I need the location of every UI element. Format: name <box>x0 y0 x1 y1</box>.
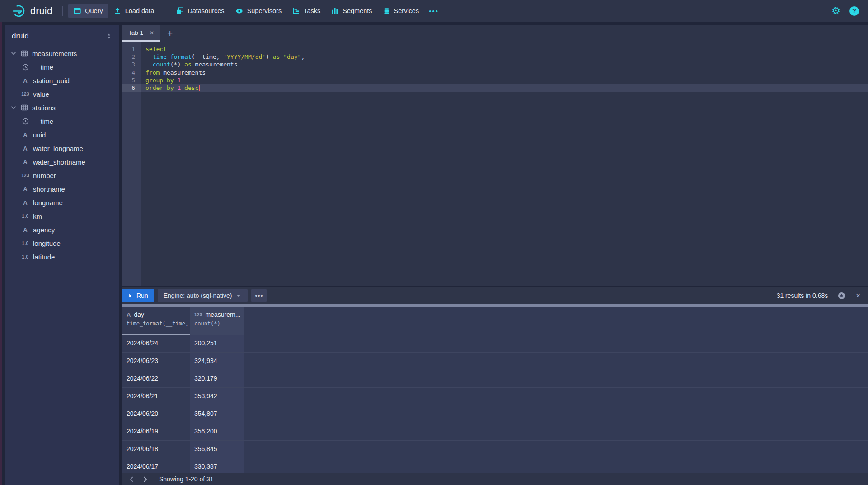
tree-table-stations[interactable]: stations <box>5 101 119 114</box>
string-icon: A <box>21 199 30 206</box>
result-cell[interactable]: 2024/06/17 <box>122 458 190 473</box>
sql-editor[interactable]: 123456 select time_format(__time, 'YYYY/… <box>122 42 868 286</box>
tree-column-number[interactable]: 123number <box>5 169 119 182</box>
nav-item-query[interactable]: Query <box>68 4 108 18</box>
time-icon <box>21 64 30 71</box>
code-line[interactable]: select <box>141 45 868 53</box>
nav-item-tasks[interactable]: Tasks <box>287 4 326 18</box>
druid-logo-icon <box>13 5 26 18</box>
tree-column-agency[interactable]: Aagency <box>5 223 119 236</box>
tree-table-measurements[interactable]: measurements <box>5 47 119 60</box>
number-icon: 123 <box>21 92 30 97</box>
brand[interactable]: druid <box>13 5 52 18</box>
query-more-button[interactable]: ••• <box>251 289 267 302</box>
run-button[interactable]: Run <box>122 289 154 302</box>
result-cell[interactable]: 2024/06/22 <box>122 370 190 387</box>
code-line[interactable]: from measurements <box>141 69 868 76</box>
line-number: 4 <box>122 69 141 76</box>
column-header-1[interactable]: 123measurem...count(*) <box>190 307 244 335</box>
engine-select[interactable]: Engine: auto (sql-native) <box>158 289 248 302</box>
result-cell[interactable]: 200,251 <box>190 335 244 352</box>
result-cell[interactable]: 356,845 <box>190 441 244 458</box>
nav-more-button[interactable]: ••• <box>424 4 443 19</box>
run-label: Run <box>136 292 148 299</box>
nav-item-segments[interactable]: Segments <box>326 4 377 18</box>
result-cell[interactable]: 2024/06/18 <box>122 441 190 458</box>
nav-item-label: Services <box>394 7 419 14</box>
string-icon: A <box>21 77 30 84</box>
column-header-0[interactable]: Adaytime_format(__time, … <box>122 307 190 335</box>
chevron-down-icon[interactable] <box>10 104 17 111</box>
tab-tab1[interactable]: Tab 1 ✕ <box>122 25 160 42</box>
code-line[interactable]: group by 1 <box>141 76 868 84</box>
float-icon: 1.0 <box>21 241 30 246</box>
pane-resize-handle[interactable] <box>122 304 868 307</box>
new-tab-button[interactable]: + <box>160 25 179 42</box>
string-icon: A <box>21 186 30 193</box>
column-name: measurem... <box>206 311 241 318</box>
tree-column-water_shortname[interactable]: Awater_shortname <box>5 155 119 169</box>
result-row: 2024/06/21353,942 <box>122 388 868 405</box>
result-cell[interactable]: 324,934 <box>190 353 244 370</box>
close-results-icon[interactable]: ✕ <box>855 292 861 299</box>
sort-icon[interactable] <box>106 33 112 39</box>
nav-item-load-data[interactable]: Load data <box>108 4 160 18</box>
line-number: 6 <box>122 84 141 92</box>
tree-column-uuid[interactable]: Auuid <box>5 128 119 141</box>
chevron-down-icon[interactable] <box>10 50 17 57</box>
result-cell[interactable]: 2024/06/23 <box>122 353 190 370</box>
gear-icon[interactable]: ⚙ <box>831 6 840 16</box>
tree-column-latitude[interactable]: 1.0latitude <box>5 250 119 264</box>
column-label: water_longname <box>33 145 83 152</box>
nav-divider <box>62 6 63 16</box>
result-cell[interactable]: 2024/06/24 <box>122 335 190 352</box>
time-icon <box>21 118 30 125</box>
result-cell[interactable]: 356,200 <box>190 423 244 440</box>
tree-column-longitude[interactable]: 1.0longitude <box>5 236 119 250</box>
result-cell[interactable]: 2024/06/19 <box>122 423 190 440</box>
nav-item-supervisors[interactable]: Supervisors <box>230 4 287 19</box>
line-number: 2 <box>122 53 141 61</box>
next-page-button[interactable] <box>138 474 152 485</box>
tree-column-station_uuid[interactable]: Astation_uuid <box>5 74 119 87</box>
database-icon <box>383 8 390 14</box>
code-line[interactable]: count(*) as measurements <box>141 61 868 68</box>
column-label: km <box>33 212 42 220</box>
result-cell[interactable]: 354,807 <box>190 405 244 423</box>
tree-column-value[interactable]: 123value <box>5 87 119 101</box>
results-header: Adaytime_format(__time, …123measurem...c… <box>122 307 868 335</box>
nav-item-label: Datasources <box>188 7 224 14</box>
tree-column-__time[interactable]: __time <box>5 60 119 74</box>
nav-item-services[interactable]: Services <box>378 4 425 18</box>
table-icon <box>20 50 29 57</box>
download-icon[interactable] <box>838 292 845 300</box>
tree-column-water_longname[interactable]: Awater_longname <box>5 141 119 155</box>
close-tab-icon[interactable]: ✕ <box>150 30 154 36</box>
line-number: 1 <box>122 45 141 53</box>
column-label: number <box>33 172 56 179</box>
tree-column-shortname[interactable]: Ashortname <box>5 182 119 196</box>
query-workbench: Tab 1 ✕ + 123456 select time_format(__ti… <box>122 25 868 485</box>
results-panel: Adaytime_format(__time, …123measurem...c… <box>122 307 868 473</box>
tree-column-km[interactable]: 1.0km <box>5 209 119 223</box>
code-line[interactable]: order by 1 desc <box>141 84 868 92</box>
prev-page-button[interactable] <box>125 474 138 485</box>
tree-column-__time[interactable]: __time <box>5 114 119 128</box>
editor-code[interactable]: select time_format(__time, 'YYYY/MM/dd')… <box>141 42 868 286</box>
result-cell[interactable]: 320,179 <box>190 370 244 387</box>
help-icon[interactable]: ? <box>849 6 859 16</box>
tree-column-longname[interactable]: Alongname <box>5 196 119 209</box>
result-cell[interactable]: 2024/06/21 <box>122 388 190 405</box>
gantt-icon <box>292 7 300 14</box>
column-type-icon: A <box>127 311 131 318</box>
result-cell[interactable]: 2024/06/20 <box>122 405 190 423</box>
result-cell[interactable]: 353,942 <box>190 388 244 405</box>
caret-down-icon <box>235 292 242 299</box>
string-icon: A <box>21 132 30 138</box>
code-line[interactable]: time_format(__time, 'YYYY/MM/dd') as "da… <box>141 53 868 61</box>
nav-item-datasources[interactable]: Datasources <box>171 4 230 18</box>
result-cell[interactable]: 330,387 <box>190 458 244 473</box>
pagination-bar: Showing 1-20 of 31 <box>122 473 868 485</box>
result-row: 2024/06/24200,251 <box>122 335 868 353</box>
pagination-text: Showing 1-20 of 31 <box>159 476 214 483</box>
